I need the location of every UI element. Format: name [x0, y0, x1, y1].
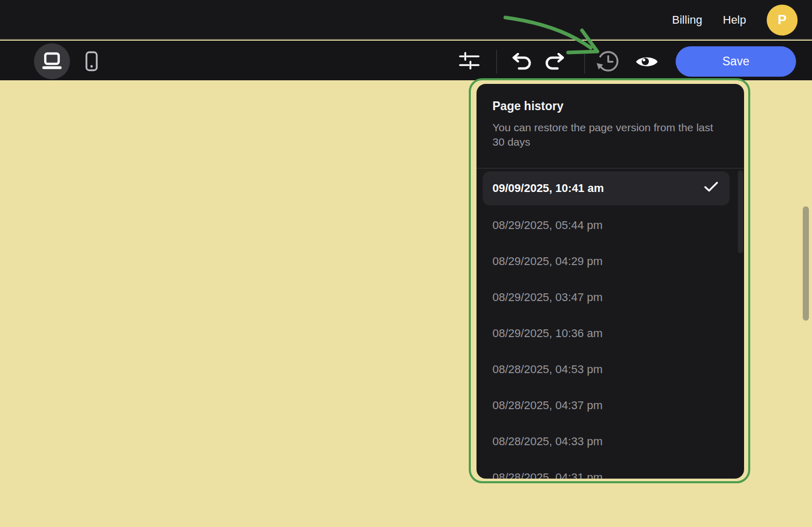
version-row[interactable]: 09/09/2025, 10:41 am [483, 171, 730, 205]
undo-button[interactable] [511, 53, 533, 71]
version-row[interactable]: 08/29/2025, 03:47 pm [483, 279, 730, 315]
page-history-button[interactable] [596, 50, 620, 74]
page-history-panel: Page history You can restore the page ve… [476, 84, 744, 479]
check-icon [704, 181, 718, 196]
top-bar-nav: Billing Help P [672, 0, 798, 40]
version-label: 08/29/2025, 03:47 pm [492, 291, 603, 304]
page-history-title: Page history [492, 99, 728, 113]
preview-button[interactable] [635, 54, 659, 71]
help-link[interactable]: Help [723, 14, 746, 26]
version-label: 08/29/2025, 05:44 pm [492, 219, 603, 232]
mobile-view-button[interactable] [80, 50, 103, 73]
page-history-subtitle: You can restore the page version from th… [492, 120, 723, 149]
version-label: 08/28/2025, 04:37 pm [492, 399, 603, 412]
version-label: 08/28/2025, 04:33 pm [492, 435, 603, 448]
history-clock-icon [596, 49, 620, 75]
undo-icon [512, 53, 533, 72]
version-label: 08/29/2025, 10:36 am [492, 327, 603, 340]
version-list: 09/09/2025, 10:41 am 08/29/2025, 05:44 p… [476, 169, 744, 479]
page-scrollbar[interactable] [803, 206, 809, 321]
toolbar-divider [584, 50, 585, 74]
smartphone-icon [85, 51, 98, 73]
toolbar-divider [496, 50, 497, 74]
page-history-header: Page history You can restore the page ve… [476, 84, 744, 149]
version-row[interactable]: 08/29/2025, 10:36 am [483, 315, 730, 352]
version-label: 09/09/2025, 10:41 am [492, 182, 604, 195]
version-list-scrollbar[interactable] [738, 170, 743, 253]
version-label: 08/28/2025, 04:53 pm [492, 363, 603, 376]
eye-icon [635, 54, 659, 72]
version-label: 08/28/2025, 04:31 pm [492, 471, 603, 479]
version-row[interactable]: 08/28/2025, 04:37 pm [483, 388, 730, 424]
tune-sliders-icon [459, 52, 480, 71]
version-row[interactable]: 08/29/2025, 04:29 pm [483, 243, 730, 279]
version-row[interactable]: 08/28/2025, 04:33 pm [483, 424, 730, 460]
laptop-icon [42, 52, 62, 71]
save-button[interactable]: Save [676, 46, 796, 77]
page-settings-button[interactable] [458, 52, 480, 71]
redo-button[interactable] [543, 53, 565, 71]
version-row[interactable]: 08/28/2025, 04:31 pm [483, 460, 730, 479]
redo-icon [544, 53, 564, 72]
editor-toolbar: Save [0, 41, 812, 80]
avatar[interactable]: P [767, 5, 798, 36]
desktop-view-button[interactable] [34, 43, 70, 79]
billing-link[interactable]: Billing [672, 14, 702, 26]
top-bar: Billing Help P [0, 0, 812, 40]
version-row[interactable]: 08/28/2025, 04:53 pm [483, 352, 730, 388]
version-row[interactable]: 08/29/2025, 05:44 pm [483, 207, 730, 243]
version-label: 08/29/2025, 04:29 pm [492, 255, 603, 268]
